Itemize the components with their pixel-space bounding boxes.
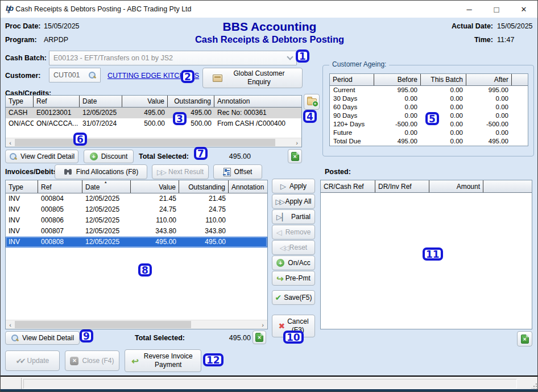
invoice-row[interactable]: INV 000806 12/05/2025 110.00 110.00: [6, 215, 267, 226]
scrollbar-thumb[interactable]: [15, 321, 191, 328]
app-title: BBS Accounting: [114, 20, 425, 34]
column-header[interactable]: Annotation: [229, 180, 267, 193]
maximize-button[interactable]: [483, 1, 510, 18]
column-header[interactable]: Value: [122, 96, 168, 107]
export-debits-excel-button[interactable]: [253, 331, 266, 344]
column-header[interactable]: Period: [330, 74, 374, 85]
column-header[interactable]: Annotation: [214, 96, 301, 107]
save-button[interactable]: Save(F5): [272, 290, 315, 305]
horizontal-scrollbar[interactable]: ‹ ›: [6, 138, 301, 147]
cell-after: 995.00: [466, 86, 512, 94]
cell-after: 0.00: [466, 112, 512, 120]
cell-annotation: [229, 204, 267, 215]
column-header[interactable]: This Batch: [421, 74, 466, 85]
reverse-invoice-payment-button[interactable]: Reverse Invoice Payment: [125, 349, 201, 372]
invoice-row[interactable]: INV 000805 12/05/2025 24.75 24.75: [6, 204, 267, 215]
cash-credit-row[interactable]: ON/ACC ON/ACCCA... 31/07/2024 500.00 500…: [6, 118, 301, 129]
invoice-row-selected[interactable]: INV 000808 12/05/2025 495.00 495.00: [6, 237, 267, 247]
column-header-sorted[interactable]: Date: [82, 180, 131, 193]
column-header[interactable]: Ref: [34, 96, 80, 107]
column-header[interactable]: Outstanding: [179, 180, 229, 193]
column-header[interactable]: Type: [6, 180, 38, 193]
cell-value: 24.75: [131, 204, 179, 215]
invoice-row[interactable]: INV 000804 12/05/2025 21.45 21.45: [6, 193, 267, 204]
column-header[interactable]: After: [466, 74, 512, 85]
minimize-button[interactable]: [456, 1, 483, 18]
on-account-button[interactable]: On/Acc: [272, 255, 315, 270]
column-header: [483, 180, 532, 192]
reset-button[interactable]: Reset: [272, 240, 315, 255]
cell-annotation: [229, 226, 267, 237]
global-customer-enquiry-button[interactable]: Global Customer Enquiry: [202, 68, 303, 88]
apply-all-button[interactable]: Apply All: [272, 194, 315, 209]
cell-ref: 000804: [38, 193, 82, 204]
update-button[interactable]: Update: [5, 350, 60, 371]
scroll-right-icon[interactable]: ›: [258, 320, 267, 329]
on-account-label: On/Acc: [288, 259, 310, 267]
export-credits-excel-button[interactable]: [288, 149, 302, 163]
column-header[interactable]: Amount: [429, 180, 483, 192]
find-allocations-label: Find Allocations (F8): [76, 168, 138, 176]
debit-total-selected-value: 495.00: [214, 334, 251, 342]
partial-button[interactable]: Partial: [272, 209, 315, 224]
cash-batch-combobox[interactable]: E00123 - EFT/Transfers on 01 by JS2: [49, 51, 297, 65]
credit-total-selected-value: 495.00: [217, 152, 251, 160]
cell-period: Future: [330, 129, 374, 137]
cell-date: 12/05/2025: [82, 204, 131, 215]
customer-label: Customer:: [5, 72, 41, 80]
view-debit-detail-button[interactable]: View Debit Detail: [5, 331, 80, 345]
close-button[interactable]: Close (F4): [65, 350, 119, 371]
next-result-button[interactable]: Next Result: [152, 164, 209, 179]
cell-outstanding: 21.45: [179, 193, 229, 204]
column-header[interactable]: Before: [374, 74, 421, 85]
scroll-right-icon[interactable]: ›: [292, 138, 301, 147]
customer-code-field[interactable]: CUT001: [49, 68, 101, 82]
cell-type: ON/ACC: [6, 118, 34, 129]
column-header[interactable]: Ref: [38, 180, 82, 193]
remove-button[interactable]: Remove: [272, 225, 315, 240]
export-posted-excel-button[interactable]: [517, 331, 532, 346]
invoices-table: Type Ref Date Value Outstanding Annotati…: [5, 180, 268, 329]
column-header[interactable]: CR/Cash Ref: [321, 180, 375, 192]
proc-date-label: Proc Date:: [5, 22, 41, 30]
annotation-7: 7: [194, 147, 208, 160]
offset-label: Offset: [234, 168, 253, 176]
binoculars-icon: [64, 168, 73, 175]
column-header[interactable]: Type: [6, 96, 34, 107]
scroll-left-icon[interactable]: ‹: [6, 138, 15, 147]
column-header[interactable]: Value: [131, 180, 179, 193]
column-header[interactable]: Outstanding: [168, 96, 214, 107]
magnifier-icon: [11, 334, 19, 342]
cell-this-batch: 0.00: [421, 137, 466, 146]
proc-date-value: 15/05/2025: [44, 22, 80, 30]
customer-lookup-icon[interactable]: [88, 71, 96, 79]
annotation-4: 4: [303, 110, 317, 123]
invoice-row[interactable]: INV 000807 12/05/2025 343.80 343.80: [6, 226, 267, 237]
cell-annotation: [229, 237, 267, 247]
status-message-panel: [23, 379, 517, 389]
close-window-button[interactable]: [510, 1, 537, 18]
apply-button[interactable]: Apply: [272, 179, 315, 193]
horizontal-scrollbar[interactable]: ‹ ›: [6, 320, 267, 329]
view-credit-detail-button[interactable]: View Credit Detail: [5, 150, 78, 163]
resize-grip-icon[interactable]: [532, 383, 537, 389]
add-cash-batch-button[interactable]: [304, 94, 320, 110]
cell-date: 12/05/2025: [80, 108, 122, 118]
column-header[interactable]: DR/Inv Ref: [375, 180, 429, 192]
program-label: Program:: [5, 36, 37, 44]
column-header[interactable]: Date: [80, 96, 122, 107]
apply-label: Apply: [289, 182, 307, 190]
debit-total-selected-label: Total Selected:: [135, 334, 185, 342]
cell-after: 0.00: [466, 94, 512, 103]
scroll-left-icon[interactable]: ‹: [6, 320, 15, 329]
discount-button[interactable]: Discount: [84, 150, 134, 163]
app-logo-icon: [6, 5, 10, 14]
cell-value: 343.80: [131, 226, 179, 237]
cell-ref: E00123001: [34, 108, 80, 118]
redo-arrow-icon: [276, 274, 284, 283]
scrollbar-thumb[interactable]: [15, 139, 275, 146]
find-allocations-button[interactable]: Find Allocations (F8): [55, 164, 147, 179]
cash-credit-row[interactable]: CASH E00123001 12/05/2025 495.00 495.00 …: [6, 108, 301, 118]
offset-button[interactable]: Offset: [213, 164, 262, 179]
pre-payment-button[interactable]: Pre-Pmt: [272, 271, 315, 286]
